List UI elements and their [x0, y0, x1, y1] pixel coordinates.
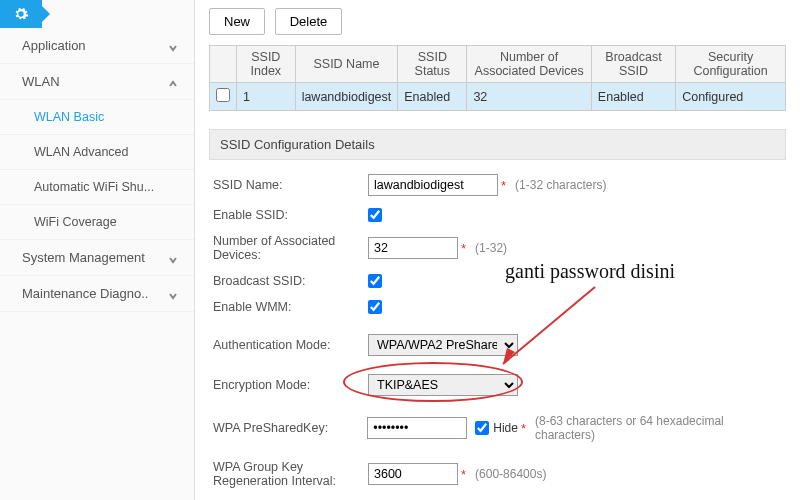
- sidebar-item-label: WLAN Basic: [34, 110, 104, 124]
- sidebar-item-application[interactable]: Application: [0, 28, 194, 64]
- annotation-text: ganti password disini: [505, 260, 675, 283]
- ssid-name-label: SSID Name:: [213, 178, 368, 192]
- chevron-down-icon: [168, 253, 178, 263]
- sidebar-item-wlan[interactable]: WLAN: [0, 64, 194, 100]
- regen-hint: (600-86400s): [475, 467, 546, 481]
- regen-interval-input[interactable]: [368, 463, 458, 485]
- sidebar-item-wlan-advanced[interactable]: WLAN Advanced: [0, 135, 194, 170]
- cell-security-config: Configured: [676, 83, 786, 111]
- sidebar-item-label: Maintenance Diagno..: [22, 286, 148, 301]
- auth-mode-label: Authentication Mode:: [213, 338, 368, 352]
- required-marker: *: [461, 241, 466, 256]
- col-ssid-status: SSID Status: [398, 46, 467, 83]
- chevron-down-icon: [168, 41, 178, 51]
- sidebar-item-wlan-basic[interactable]: WLAN Basic: [0, 100, 194, 135]
- enable-ssid-checkbox[interactable]: [368, 208, 382, 222]
- encryption-mode-label: Encryption Mode:: [213, 378, 368, 392]
- gear-icon: [13, 6, 29, 22]
- col-security-config: Security Configuration: [676, 46, 786, 83]
- cell-ssid-index: 1: [237, 83, 296, 111]
- table-header-row: SSID Index SSID Name SSID Status Number …: [210, 46, 786, 83]
- sidebar-item-maintenance-diagnose[interactable]: Maintenance Diagno..: [0, 276, 194, 312]
- col-broadcast-ssid: Broadcast SSID: [591, 46, 675, 83]
- ssid-name-input[interactable]: [368, 174, 498, 196]
- new-button[interactable]: New: [209, 8, 265, 35]
- chevron-down-icon: [168, 289, 178, 299]
- settings-gear-tab[interactable]: [0, 0, 42, 28]
- main-content: New Delete SSID Index SSID Name SSID Sta…: [195, 0, 800, 500]
- ssid-config-form: SSID Name: * (1-32 characters) Enable SS…: [209, 160, 786, 500]
- enable-ssid-label: Enable SSID:: [213, 208, 368, 222]
- encryption-mode-select[interactable]: TKIP&AES: [368, 374, 518, 396]
- ssid-name-hint: (1-32 characters): [515, 178, 606, 192]
- broadcast-ssid-checkbox[interactable]: [368, 274, 382, 288]
- sidebar: Application WLAN WLAN Basic WLAN Advance…: [0, 0, 195, 500]
- hide-psk-checkbox[interactable]: [475, 421, 489, 435]
- sidebar-item-label: Application: [22, 38, 86, 53]
- sidebar-item-auto-wifi-shutdown[interactable]: Automatic WiFi Shu...: [0, 170, 194, 205]
- num-devices-hint: (1-32): [475, 241, 507, 255]
- sidebar-item-label: System Management: [22, 250, 145, 265]
- psk-label: WPA PreSharedKey:: [213, 421, 367, 435]
- sidebar-item-label: WLAN: [22, 74, 60, 89]
- regen-interval-label: WPA Group Key Regeneration Interval:: [213, 460, 368, 488]
- sidebar-item-label: Automatic WiFi Shu...: [34, 180, 154, 194]
- chevron-up-icon: [168, 77, 178, 87]
- table-row[interactable]: 1 lawandbiodigest Enabled 32 Enabled Con…: [210, 83, 786, 111]
- cell-ssid-name: lawandbiodigest: [295, 83, 398, 111]
- section-title: SSID Configuration Details: [209, 129, 786, 160]
- required-marker: *: [521, 421, 526, 436]
- psk-hint: (8-63 characters or 64 hexadecimal chara…: [535, 414, 786, 442]
- cell-ssid-status: Enabled: [398, 83, 467, 111]
- required-marker: *: [501, 178, 506, 193]
- delete-button[interactable]: Delete: [275, 8, 343, 35]
- sidebar-item-label: WiFi Coverage: [34, 215, 117, 229]
- col-ssid-name: SSID Name: [295, 46, 398, 83]
- sidebar-item-wifi-coverage[interactable]: WiFi Coverage: [0, 205, 194, 240]
- col-ssid-index: SSID Index: [237, 46, 296, 83]
- sidebar-item-label: WLAN Advanced: [34, 145, 129, 159]
- sidebar-item-system-management[interactable]: System Management: [0, 240, 194, 276]
- required-marker: *: [461, 467, 466, 482]
- num-devices-label: Number of Associated Devices:: [213, 234, 368, 262]
- row-checkbox[interactable]: [216, 88, 230, 102]
- auth-mode-select[interactable]: WPA/WPA2 PreSharedKey: [368, 334, 518, 356]
- enable-wmm-label: Enable WMM:: [213, 300, 368, 314]
- cell-assoc-devices: 32: [467, 83, 591, 111]
- num-devices-input[interactable]: [368, 237, 458, 259]
- enable-wmm-checkbox[interactable]: [368, 300, 382, 314]
- col-select: [210, 46, 237, 83]
- cell-broadcast-ssid: Enabled: [591, 83, 675, 111]
- psk-input[interactable]: [367, 417, 467, 439]
- broadcast-ssid-label: Broadcast SSID:: [213, 274, 368, 288]
- ssid-table: SSID Index SSID Name SSID Status Number …: [209, 45, 786, 111]
- col-assoc-devices: Number of Associated Devices: [467, 46, 591, 83]
- hide-psk-label: Hide: [493, 421, 518, 435]
